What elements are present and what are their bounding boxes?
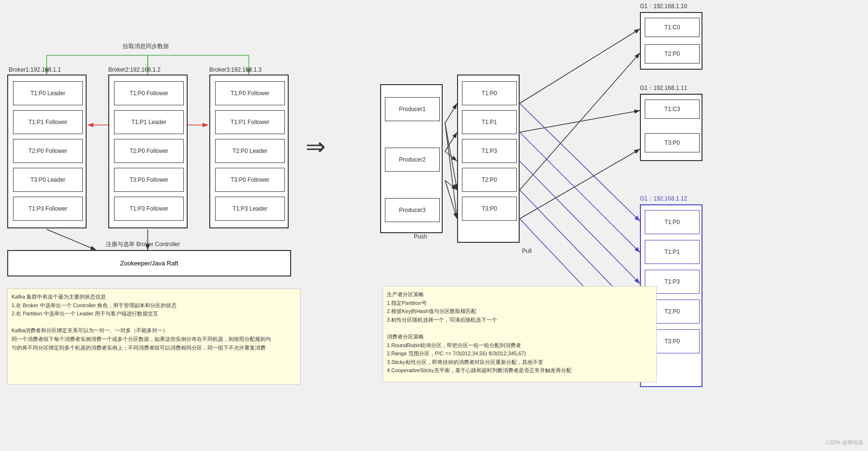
tp-t2p0: T2:P0 xyxy=(462,168,517,192)
broker3-p1-follower: T1:P1 Follower xyxy=(215,110,285,134)
svg-line-12 xyxy=(445,180,457,190)
zookeeper-box: Zookeeper/Java Raft xyxy=(7,250,291,276)
broker1-p0-leader: T1:P0 Leader xyxy=(13,81,83,105)
big-arrow: ⇒ xyxy=(306,135,326,159)
svg-line-10 xyxy=(445,132,457,151)
producer2-box: Producer2 xyxy=(385,148,440,172)
broker3-t2p0-leader: T2:P0 Leader xyxy=(215,139,285,163)
tp-t1p0: T1:P0 xyxy=(462,81,517,105)
broker1-p1-follower: T1:P1 Follower xyxy=(13,110,83,134)
broker2-container: T1:P0 Follower T1:P1 Leader T2:P0 Follow… xyxy=(108,75,188,228)
svg-line-7 xyxy=(47,229,96,250)
producer1-box: Producer1 xyxy=(385,97,440,121)
broker2-p0-follower: T1:P0 Follower xyxy=(114,81,184,105)
broker2-label: Broker2:192.168.1.2 xyxy=(108,66,161,73)
svg-line-20 xyxy=(520,103,640,221)
cg-g1-10: T1:C0 T2:P0 xyxy=(640,12,702,70)
cg-g1-10-t2p0: T2:P0 xyxy=(645,44,700,63)
svg-line-13 xyxy=(445,180,457,219)
cg-g1-11-t1c3: T1:C3 xyxy=(645,100,700,119)
broker2-p1-leader: T1:P1 Leader xyxy=(114,110,184,134)
broker2-t1p3-follower: T1:P3 Follower xyxy=(114,197,184,221)
g1-11-label: G1：192.168.1.11 xyxy=(640,84,687,92)
broker1-t3p0-leader: T3:P0 Leader xyxy=(13,168,83,192)
svg-line-16 xyxy=(520,29,640,103)
svg-line-11 xyxy=(445,151,457,161)
cg-g1-12-t1p0: T1:P0 xyxy=(645,210,700,234)
cg-g1-12-t1p1: T1:P1 xyxy=(645,240,700,264)
broker1-t1p3-follower: T1:P3 Follower xyxy=(13,197,83,221)
topic-partition-cluster: T1:P0 T1:P1 T1:P3 T2:P0 T3:P0 xyxy=(457,75,520,243)
cg-g1-11: T1:C3 T3:P0 xyxy=(640,94,702,161)
broker3-container: T1:P0 Follower T1:P1 Follower T2:P0 Lead… xyxy=(209,75,289,228)
svg-line-9 xyxy=(445,103,457,123)
tp-t3p0: T3:P0 xyxy=(462,197,517,221)
svg-line-21 xyxy=(520,132,640,252)
g1-12-label: G1：192.168.1.12 xyxy=(640,195,687,203)
broker3-label: Broker3:192.168.1.3 xyxy=(209,66,262,73)
svg-line-14 xyxy=(445,123,457,219)
svg-line-18 xyxy=(520,111,640,132)
main-canvas: 拉取消息同步数据 Broker1:192.168.1.1 T1:P0 Leade… xyxy=(0,0,868,451)
svg-line-19 xyxy=(520,149,640,219)
tp-t1p3: T1:P3 xyxy=(462,139,517,163)
svg-line-22 xyxy=(520,161,640,284)
producer3-box: Producer3 xyxy=(385,198,440,222)
zk-register-label: 注册与选举 Broker Controller xyxy=(106,240,180,249)
broker3-t3p0-follower: T3:P0 Follower xyxy=(215,168,285,192)
broker2-t2p0-follower: T2:P0 Follower xyxy=(114,139,184,163)
tp-t1p1: T1:P1 xyxy=(462,110,517,134)
svg-line-15 xyxy=(445,123,457,190)
g1-10-label: G1：192.168.1.10 xyxy=(640,2,687,11)
broker1-label: Broker1:192.168.1.1 xyxy=(9,66,61,73)
cg-g1-11-t3p0: T3:P0 xyxy=(645,133,700,152)
push-label: Push xyxy=(414,233,427,240)
note1-box: Kafka 集群中有连个最为主要的状态信息 1.在 Broker 中选举出一个 … xyxy=(7,288,301,385)
broker3-p0-follower: T1:P0 Follower xyxy=(215,81,285,105)
note2-box: 生产者分区策略 1.指定Partition号 2.根据Key的Hash值与分区数… xyxy=(383,286,657,382)
broker3-t1p3-leader: T1:P3 Leader xyxy=(215,197,285,221)
broker1-container: T1:P0 Leader T1:P1 Follower T2:P0 Follow… xyxy=(7,75,87,228)
producer-cluster: Producer1 Producer2 Producer3 xyxy=(380,84,443,233)
cg-g1-10-t1c0: T1:C0 xyxy=(645,18,700,37)
broker2-t3p0-follower: T3:P0 Follower xyxy=(114,168,184,192)
sync-label: 拉取消息同步数据 xyxy=(123,42,169,50)
csdn-watermark: CSDN @猪悟道 xyxy=(826,439,863,446)
pull-label: Pull xyxy=(522,248,532,254)
svg-line-17 xyxy=(520,53,640,190)
broker1-t2p0-follower: T2:P0 Follower xyxy=(13,139,83,163)
